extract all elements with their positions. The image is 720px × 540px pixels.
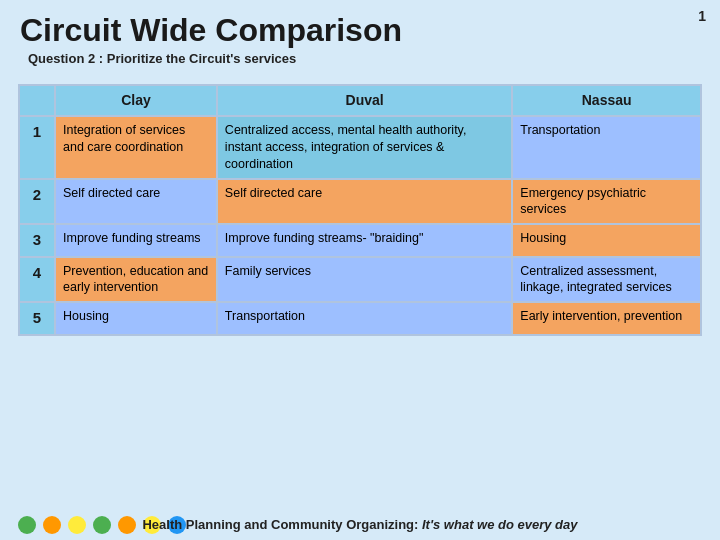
row-5-num: 5 — [19, 302, 55, 334]
header-blank — [19, 85, 55, 116]
header-duval: Duval — [217, 85, 512, 116]
table-row: 5 Housing Transportation Early intervent… — [19, 302, 701, 334]
row-3-num: 3 — [19, 224, 55, 256]
row-5-clay: Housing — [55, 302, 217, 334]
table-row: 2 Self directed care Self directed care … — [19, 179, 701, 225]
row-4-num: 4 — [19, 257, 55, 303]
row-1-duval: Centralized access, mental health author… — [217, 116, 512, 179]
row-5-duval: Transportation — [217, 302, 512, 334]
row-2-num: 2 — [19, 179, 55, 225]
row-3-clay: Improve funding streams — [55, 224, 217, 256]
row-2-clay: Self directed care — [55, 179, 217, 225]
header-clay: Clay — [55, 85, 217, 116]
footer-italic: It's what we do every day — [422, 517, 578, 532]
footer-bold: Health Planning and Community Organizing… — [142, 517, 418, 532]
row-2-duval: Self directed care — [217, 179, 512, 225]
table-header-row: Clay Duval Nassau — [19, 85, 701, 116]
row-1-num: 1 — [19, 116, 55, 179]
row-2-nassau: Emergency psychiatric services — [512, 179, 701, 225]
row-4-nassau: Centralized assessment, linkage, integra… — [512, 257, 701, 303]
row-4-duval: Family services — [217, 257, 512, 303]
row-1-nassau: Transportation — [512, 116, 701, 179]
subtitle-bold: Question 2 — [28, 51, 95, 66]
page-number: 1 — [698, 8, 706, 24]
row-3-duval: Improve funding streams- "braiding" — [217, 224, 512, 256]
comparison-table: Clay Duval Nassau 1 Integration of servi… — [18, 84, 702, 336]
subtitle: Question 2 : Prioritize the Circuit's se… — [0, 51, 720, 76]
footer: Health Planning and Community Organizing… — [0, 517, 720, 532]
table-row: 3 Improve funding streams Improve fundin… — [19, 224, 701, 256]
table-container: Clay Duval Nassau 1 Integration of servi… — [18, 84, 702, 336]
row-1-clay: Integration of services and care coordin… — [55, 116, 217, 179]
row-4-clay: Prevention, education and early interven… — [55, 257, 217, 303]
header-nassau: Nassau — [512, 85, 701, 116]
table-row: 4 Prevention, education and early interv… — [19, 257, 701, 303]
row-5-nassau: Early intervention, prevention — [512, 302, 701, 334]
subtitle-rest: : Prioritize the Circuit's services — [95, 51, 296, 66]
table-row: 1 Integration of services and care coord… — [19, 116, 701, 179]
page-title: Circuit Wide Comparison — [0, 0, 720, 51]
row-3-nassau: Housing — [512, 224, 701, 256]
